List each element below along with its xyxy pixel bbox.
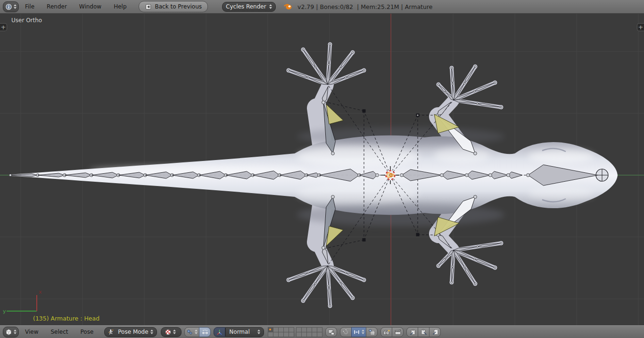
opengl-render-button[interactable] [380, 327, 392, 337]
chevron-updown-icon [173, 330, 176, 334]
select-menu[interactable]: Select [44, 329, 74, 335]
back-to-previous-label: Back to Previous [155, 3, 202, 10]
clapperboard-icon [394, 329, 402, 336]
active-bone-status: (135) Armature : Head [33, 315, 99, 322]
back-to-previous-button[interactable]: Back to Previous [139, 1, 208, 12]
view-name-label: User Ortho [11, 17, 42, 24]
help-menu[interactable]: Help [107, 3, 132, 10]
editor-type-selector[interactable] [3, 1, 19, 12]
info-icon [5, 3, 12, 10]
lock-icon [328, 329, 335, 336]
mode-select[interactable]: Pose Mode [104, 327, 157, 337]
opengl-render-anim-button[interactable] [392, 327, 404, 337]
layer-cell-20[interactable] [317, 332, 322, 337]
render-engine-value: Cycles Render [226, 3, 268, 10]
back-arrow-icon [145, 3, 152, 10]
paste-pose-icon [420, 329, 428, 336]
paste-pose-button[interactable] [418, 327, 429, 337]
orientation-value: Normal [229, 329, 256, 335]
viewport-header: View Select Pose Pose Mode [0, 325, 644, 338]
chevron-updown-icon [257, 330, 260, 334]
window-menu[interactable]: Window [73, 3, 107, 10]
chevron-updown-icon [362, 330, 364, 334]
camera-icon [383, 329, 390, 336]
pose-figure-icon [108, 329, 115, 336]
paste-flipped-pose-icon [431, 329, 439, 336]
viewport-canvas[interactable]: yx [0, 14, 644, 325]
chevron-updown-icon [269, 4, 272, 9]
editor-type-selector-3dview[interactable] [3, 327, 19, 338]
svg-text:y: y [3, 308, 6, 314]
copy-pose-icon [409, 329, 416, 336]
orientation-select[interactable]: Normal [225, 327, 264, 337]
manipulate-centers-toggle[interactable] [199, 327, 211, 337]
viewport-shading-select[interactable] [161, 327, 182, 337]
chevron-updown-icon [150, 330, 153, 334]
axis-tripod-icon [216, 329, 223, 336]
lock-to-scene-toggle[interactable] [325, 327, 337, 337]
toolshelf-expand-tab[interactable]: + [0, 23, 7, 31]
cube-icon [5, 329, 12, 336]
status-stats: v2.79 | Bones:0/82 | Mem:25.21M | Armatu… [297, 3, 432, 10]
chevron-updown-icon [14, 4, 17, 9]
snap-toggle[interactable] [340, 327, 352, 337]
snap-target-icon [368, 329, 375, 336]
textured-sphere-icon [165, 329, 172, 336]
mini-axis-gizmo: yx [3, 289, 42, 314]
snap-element-select[interactable] [351, 327, 366, 337]
magnet-icon [342, 329, 349, 336]
file-menu[interactable]: File [19, 3, 41, 10]
layer-cell-10[interactable] [289, 332, 294, 337]
render-engine-select[interactable]: Cycles Render [222, 2, 276, 12]
paste-flipped-pose-button[interactable] [429, 327, 441, 337]
pivot-point-select[interactable] [184, 327, 199, 337]
layers-widget[interactable] [268, 327, 322, 337]
increment-snap-icon [353, 329, 360, 336]
render-menu[interactable]: Render [41, 3, 73, 10]
chevron-updown-icon [195, 330, 198, 334]
armature-bones[interactable] [9, 43, 608, 307]
mode-value: Pose Mode [118, 329, 149, 335]
blender-logo-icon [284, 3, 293, 10]
svg-text:x: x [39, 289, 42, 295]
3d-viewport[interactable]: yx User Ortho (135) Armature : Head + + [0, 14, 644, 325]
manipulator-toggle[interactable] [214, 327, 225, 337]
manipulate-centers-icon [201, 329, 209, 336]
copy-pose-button[interactable] [406, 327, 418, 337]
median-point-icon [186, 329, 193, 336]
chevron-updown-icon [14, 330, 17, 334]
properties-expand-tab[interactable]: + [637, 23, 644, 31]
view-menu[interactable]: View [19, 329, 44, 335]
pose-menu[interactable]: Pose [74, 329, 100, 335]
info-header: File Render Window Help Back to Previous… [0, 0, 644, 14]
snap-target-button[interactable] [366, 327, 378, 337]
